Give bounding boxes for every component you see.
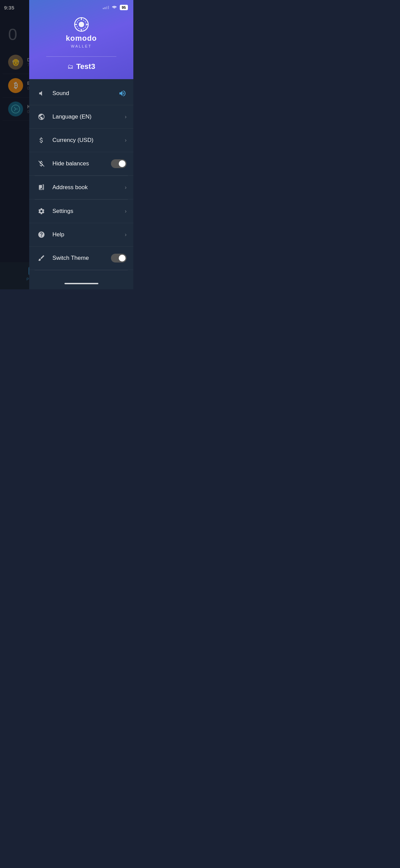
switch-theme-label: Switch Theme [52,255,111,261]
address-book-icon [36,182,47,193]
hide-balances-toggle-switch[interactable] [111,159,127,168]
drawer-menu: Sound Language (EN) › [29,79,133,278]
hide-balances-icon [36,158,47,169]
wallet-name: Test3 [76,62,95,71]
address-book-chevron: › [125,184,127,191]
menu-item-sound[interactable]: Sound [29,82,133,105]
header-divider [46,56,116,57]
drawer-status-bar: 95 [29,0,133,15]
menu-item-switch-theme[interactable]: Switch Theme [29,247,133,270]
hide-balances-toggle[interactable] [111,159,127,168]
help-chevron: › [125,232,127,238]
settings-icon [36,206,47,217]
drawer-panel: komodo WALLET 🗂 Test3 Sound [29,0,133,289]
currency-icon [36,135,47,146]
wallet-name-row: 🗂 Test3 [68,62,95,71]
signal-bars [103,6,109,9]
currency-chevron-icon: › [125,137,127,143]
help-label: Help [52,231,125,238]
sound-label: Sound [52,90,118,97]
address-book-chevron-icon: › [125,184,127,191]
language-chevron-icon: › [125,114,127,120]
svg-point-5 [79,22,84,27]
wifi-icon [112,5,117,10]
hide-balances-label: Hide balances [52,160,111,167]
logo-container: komodo WALLET [66,16,97,48]
currency-label: Currency (USD) [52,137,125,144]
menu-item-settings[interactable]: Settings › [29,200,133,223]
language-chevron: › [125,114,127,120]
komodo-logo-icon [73,16,90,33]
language-icon [36,111,47,122]
komodo-logo-text: komodo [66,34,97,43]
switch-theme-toggle-switch[interactable] [111,254,127,263]
switch-theme-icon [36,253,47,264]
komodo-logo-subtitle: WALLET [71,44,92,48]
battery-display: 95 [120,5,128,10]
menu-item-logout[interactable]: Log Out › [29,270,133,278]
signal-bar-2 [104,7,106,9]
settings-chevron: › [125,208,127,214]
address-book-label: Address book [52,184,125,191]
switch-theme-toggle[interactable] [111,254,127,263]
bottom-indicator [29,278,133,289]
sound-right [118,89,127,97]
sound-icon [36,88,47,99]
settings-label: Settings [52,208,125,215]
home-indicator [64,283,98,284]
currency-chevron: › [125,137,127,143]
wallet-icon: 🗂 [68,63,74,70]
menu-item-hide-balances[interactable]: Hide balances [29,152,133,176]
menu-item-address-book[interactable]: Address book › [29,176,133,199]
help-icon [36,229,47,240]
menu-item-language[interactable]: Language (EN) › [29,105,133,129]
signal-bar-3 [106,6,107,9]
settings-chevron-icon: › [125,208,127,214]
signal-bar-4 [108,6,109,9]
menu-item-currency[interactable]: Currency (USD) › [29,129,133,152]
help-chevron-icon: › [125,232,127,238]
sound-active-icon [118,89,127,97]
signal-bar-1 [103,8,104,9]
menu-item-help[interactable]: Help › [29,223,133,247]
language-label: Language (EN) [52,113,125,120]
